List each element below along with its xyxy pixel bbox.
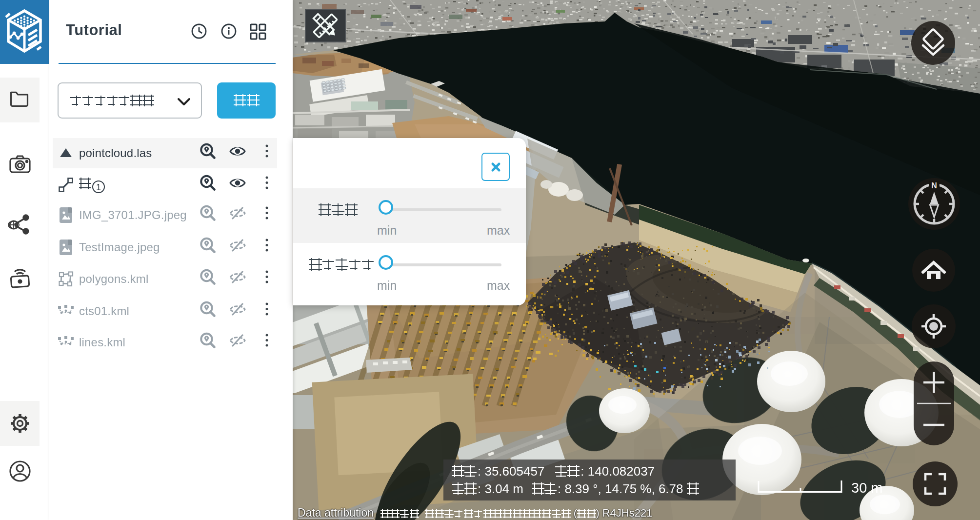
svg-text:N: N (931, 181, 937, 190)
svg-text:30 m: 30 m (851, 480, 882, 496)
